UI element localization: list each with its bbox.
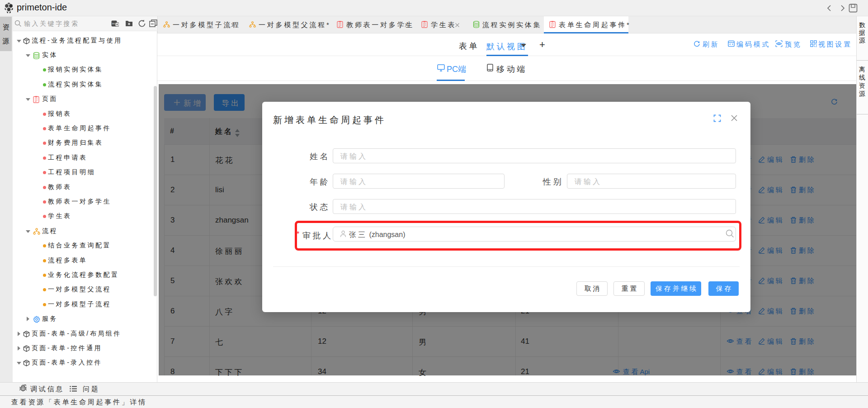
- svg-text:im: im: [112, 22, 115, 25]
